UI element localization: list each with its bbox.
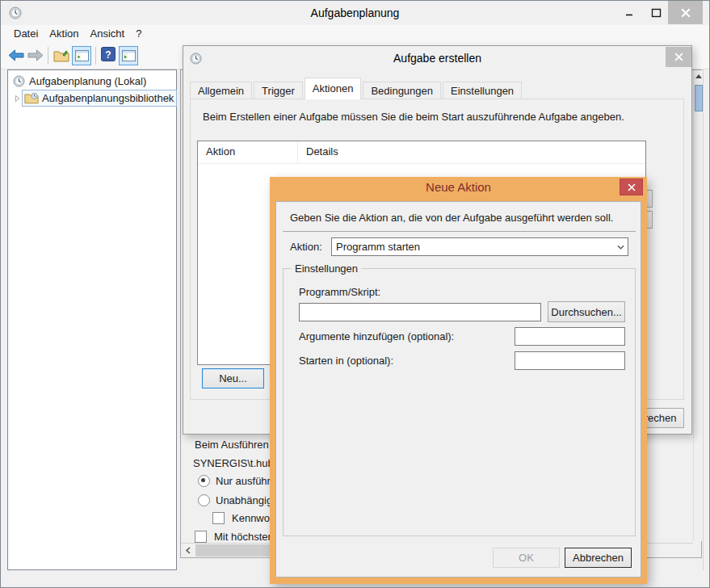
scroll-up-arrow-icon[interactable] (695, 72, 703, 80)
scrollbar-thumb[interactable] (695, 85, 703, 111)
menu-help[interactable]: ? (130, 25, 147, 43)
chevron-down-icon[interactable] (613, 245, 628, 250)
toggle-tree-pane-icon[interactable] (72, 46, 91, 65)
tree-item-library[interactable]: Aufgabenplanungsbibliothek (15, 90, 176, 106)
action-dropdown[interactable]: Programm starten (331, 237, 628, 256)
preview-account-name: SYNERGIS\t.hube (193, 457, 279, 469)
radio-icon[interactable] (198, 475, 210, 487)
radio-run-independent[interactable]: Unabhängig v (198, 494, 280, 506)
tree-item-label: Aufgabenplanung (Lokal) (29, 75, 146, 87)
program-script-input[interactable] (299, 303, 541, 321)
arguments-input[interactable] (515, 327, 625, 346)
minimize-button[interactable] (617, 1, 641, 24)
preview-run-account-text: Beim Ausführen d (195, 439, 278, 451)
arguments-label: Argumente hinzufügen (optional): (299, 330, 454, 342)
clock-icon (13, 75, 25, 87)
vertical-scrollbar[interactable] (693, 70, 703, 541)
close-icon[interactable] (620, 178, 643, 195)
import-task-folder-icon[interactable] (53, 48, 69, 65)
program-script-label: Programm/Skript: (299, 286, 380, 298)
tab-description: Beim Erstellen einer Aufgabe müssen Sie … (203, 111, 624, 123)
forward-arrow-icon[interactable] (27, 49, 44, 64)
tab-allgemein[interactable]: Allgemein (190, 82, 252, 99)
tab-einstellungen[interactable]: Einstellungen (443, 82, 522, 99)
toolbar-separator (95, 47, 96, 65)
menubar: Datei Aktion Ansicht ? (1, 25, 709, 43)
tree-item-label: Aufgabenplanungsbibliothek (42, 92, 174, 104)
browse-button[interactable]: Durchsuchen... (548, 301, 625, 322)
tab-strip: Allgemein Trigger Aktionen Bedingungen E… (190, 78, 523, 99)
menu-aktion[interactable]: Aktion (44, 25, 84, 43)
tab-trigger[interactable]: Trigger (254, 82, 303, 99)
dialog-body: Geben Sie die Aktion an, die von der Auf… (275, 201, 641, 578)
cancel-button[interactable]: Abbrechen (565, 548, 632, 568)
groupbox-title: Einstellungen (292, 262, 361, 275)
dialog-title: Neue Aktion (270, 180, 647, 194)
column-aktion[interactable]: Aktion (198, 141, 297, 163)
menu-datei[interactable]: Datei (8, 25, 44, 43)
actions-list-header: Aktion Details (198, 141, 645, 164)
menu-ansicht[interactable]: Ansicht (85, 25, 131, 43)
console-tree: Aufgabenplanung (Lokal) Aufgabenplanungs… (7, 69, 177, 570)
start-in-input[interactable] (515, 351, 625, 370)
checkbox-dont-store-password[interactable]: Kennwort (212, 511, 276, 524)
action-label: Aktion: (290, 241, 322, 253)
checkbox-highest-privileges[interactable]: Mit höchsten (195, 530, 274, 543)
toggle-action-pane-icon[interactable] (119, 46, 138, 65)
task-library-folder-icon (24, 92, 39, 104)
toolbar-separator (48, 47, 48, 65)
help-icon[interactable]: ? (101, 47, 116, 64)
task-scheduler-window: Aufgabenplanung Datei Aktion Ansicht ? (0, 0, 710, 588)
divider (283, 231, 636, 232)
action-dropdown-value: Programm starten (332, 241, 613, 253)
tree-item-root[interactable]: Aufgabenplanung (Lokal) (13, 74, 176, 89)
instruction-text: Geben Sie die Aktion an, die von der Auf… (290, 212, 613, 224)
action-pane-strip (703, 69, 710, 570)
ok-button[interactable]: OK (493, 548, 560, 568)
svg-text:?: ? (105, 49, 111, 61)
tab-aktionen[interactable]: Aktionen (305, 78, 362, 99)
main-titlebar: Aufgabenplanung (1, 1, 709, 25)
close-button[interactable] (668, 1, 703, 24)
back-arrow-icon[interactable] (8, 49, 24, 64)
chevron-right-icon[interactable] (15, 94, 20, 103)
maximize-button[interactable] (644, 1, 668, 24)
close-icon[interactable] (666, 47, 691, 67)
new-action-button[interactable]: Neu... (202, 368, 264, 388)
radio-icon[interactable] (198, 494, 210, 506)
checkbox-icon[interactable] (212, 512, 225, 524)
scroll-left-arrow-icon[interactable] (181, 544, 195, 556)
dialog-title: Aufgabe erstellen (183, 52, 691, 65)
new-action-dialog: Neue Aktion Geben Sie die Aktion an, die… (270, 177, 647, 584)
start-in-label: Starten in (optional): (299, 355, 393, 367)
tab-bedingungen[interactable]: Bedingungen (363, 82, 441, 99)
checkbox-icon[interactable] (195, 531, 207, 543)
main-window-title: Aufgabenplanung (1, 1, 709, 25)
column-details[interactable]: Details (298, 141, 338, 163)
